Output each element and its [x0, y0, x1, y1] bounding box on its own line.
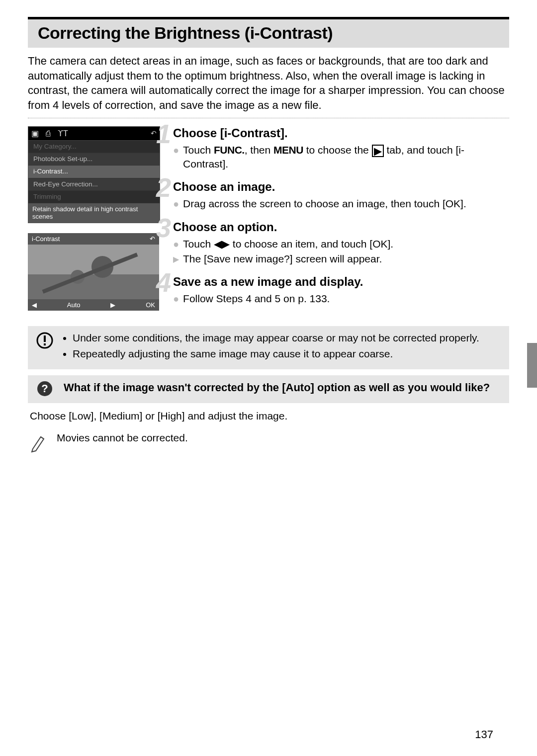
bullet-icon: ●	[173, 238, 179, 251]
menu-item-photobook: Photobook Set-up...	[28, 153, 160, 166]
pencil-note: Movies cannot be corrected.	[28, 432, 509, 453]
page-number: 137	[475, 728, 493, 741]
step-title: Choose an image.	[173, 180, 509, 194]
pencil-note-text: Movies cannot be corrected.	[57, 432, 188, 453]
preview-image	[28, 245, 159, 299]
menu-item-trimming: Trimming	[28, 191, 160, 203]
title-bar: Correcting the Brightness (i-Contrast)	[28, 19, 509, 48]
step-body-text: Follow Steps 4 and 5 on p. 133.	[183, 292, 330, 306]
svg-marker-10	[32, 437, 44, 452]
step-1: 1 Choose [i-Contrast]. ● Touch FUNC., th…	[173, 126, 509, 171]
menu-item-redeye: Red-Eye Correction...	[28, 178, 160, 191]
divider	[28, 118, 509, 118]
preview-left-icon: ◀	[32, 301, 37, 309]
right-column: 1 Choose [i-Contrast]. ● Touch FUNC., th…	[173, 126, 509, 315]
camera-preview-screenshot: i-Contrast ↶ ◀ Auto ▶ OK	[28, 233, 159, 311]
menu-item-category: My Category...	[28, 141, 160, 153]
preview-right-icon: ▶	[110, 301, 115, 309]
step-number: 4	[156, 269, 171, 296]
step-2: 2 Choose an image. ● Drag across the scr…	[173, 180, 509, 211]
svg-text:?: ?	[41, 382, 48, 395]
menu-item-icontrast: i-Contrast...	[28, 166, 160, 178]
step-number: 3	[156, 214, 171, 241]
left-column: ▣ ⎙ ϒT ↶ My Category... Photobook Set-up…	[28, 126, 159, 315]
step-body-text: Drag across the screen to choose an imag…	[183, 197, 466, 211]
step-title: Choose [i-Contrast].	[173, 126, 509, 140]
step-body-text: Touch ◀▶ to choose an item, and touch [O…	[183, 237, 393, 251]
preview-title: i-Contrast	[32, 235, 60, 243]
pencil-icon	[28, 432, 48, 453]
step-body-text: The [Save new image?] screen will appear…	[183, 252, 382, 266]
print-tab-icon: ⎙	[46, 129, 51, 138]
menu-hint: Retain shadow detail in high contrast sc…	[28, 203, 160, 223]
step-number: 2	[156, 174, 171, 201]
svg-rect-1	[28, 274, 159, 299]
bullet-icon: ●	[173, 293, 179, 306]
svg-rect-6	[44, 336, 46, 342]
answer-text: Choose [Low], [Medium] or [High] and adj…	[30, 410, 509, 422]
main-content: ▣ ⎙ ϒT ↶ My Category... Photobook Set-up…	[28, 126, 509, 315]
tools-tab-icon: ϒT	[58, 129, 68, 138]
left-right-arrows-icon: ◀▶	[214, 238, 230, 250]
playback-icon: ▶	[372, 145, 384, 157]
bullet-icon: ●	[173, 198, 179, 211]
preview-ok: OK	[146, 301, 155, 309]
page-thumb-tab	[527, 343, 537, 388]
svg-line-11	[41, 437, 44, 439]
step-3: 3 Choose an option. ● Touch ◀▶ to choose…	[173, 220, 509, 266]
bullet-icon: ●	[173, 144, 179, 171]
step-title: Choose an option.	[173, 220, 509, 234]
preview-mode: Auto	[67, 301, 81, 309]
step-body-text: Touch FUNC., then MENU to choose the ▶ t…	[183, 143, 509, 171]
triangle-bullet-icon: ▶	[173, 254, 179, 266]
playback-tab-icon: ▣	[31, 129, 39, 138]
page-title: Correcting the Brightness (i-Contrast)	[38, 23, 499, 43]
step-number: 1	[156, 120, 171, 147]
question-text: What if the image wasn't corrected by th…	[64, 380, 490, 397]
svg-rect-7	[44, 343, 46, 345]
step-4: 4 Save as a new image and display. ● Fol…	[173, 275, 509, 306]
question-icon: ?	[35, 380, 55, 397]
page-frame: Correcting the Brightness (i-Contrast) T…	[28, 17, 509, 453]
warning-icon	[35, 331, 55, 363]
step-title: Save as a new image and display.	[173, 275, 509, 289]
question-box: ? What if the image wasn't corrected by …	[28, 375, 509, 403]
camera-tab-bar: ▣ ⎙ ϒT ↶	[28, 127, 160, 141]
preview-back-icon: ↶	[150, 235, 155, 243]
warning-item: Repeatedly adjusting the same image may …	[73, 347, 479, 361]
camera-menu-screenshot: ▣ ⎙ ϒT ↶ My Category... Photobook Set-up…	[28, 126, 160, 223]
warning-item: Under some conditions, the image may app…	[73, 331, 479, 345]
warning-box: Under some conditions, the image may app…	[28, 326, 509, 369]
intro-paragraph: The camera can detect areas in an image,…	[28, 54, 509, 113]
